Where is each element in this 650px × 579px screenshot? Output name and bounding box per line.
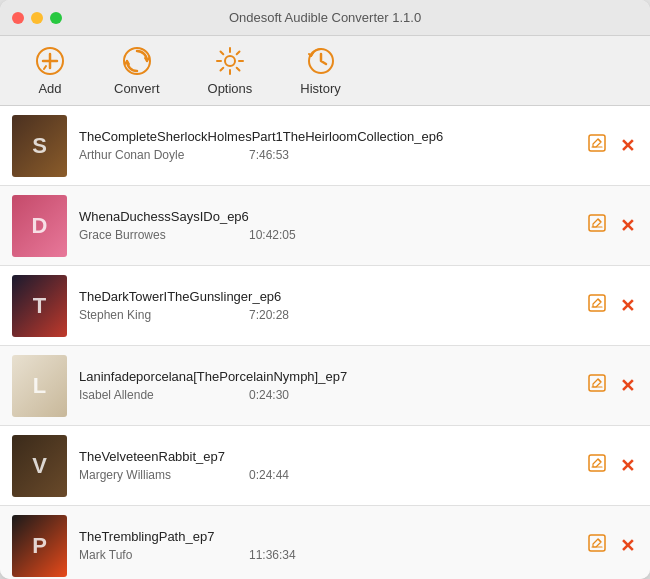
cover-letter: P xyxy=(32,533,47,559)
svg-rect-10 xyxy=(589,295,605,311)
book-actions: ✕ xyxy=(586,135,638,157)
add-button[interactable]: Add xyxy=(20,39,80,102)
window-title: Ondesoft Audible Converter 1.1.0 xyxy=(229,10,421,25)
book-actions: ✕ xyxy=(586,375,638,397)
options-label: Options xyxy=(208,81,253,96)
delete-button[interactable]: ✕ xyxy=(616,535,638,557)
svg-rect-6 xyxy=(589,135,605,151)
book-meta: Isabel Allende 0:24:30 xyxy=(79,388,574,402)
delete-icon: ✕ xyxy=(620,297,635,315)
delete-button[interactable]: ✕ xyxy=(616,455,638,477)
book-cover: D xyxy=(12,195,67,257)
table-row: P TheTremblingPath_ep7 Mark Tufo 11:36:3… xyxy=(0,506,650,579)
delete-icon: ✕ xyxy=(620,137,635,155)
edit-button[interactable] xyxy=(586,375,608,397)
title-bar: Ondesoft Audible Converter 1.1.0 xyxy=(0,0,650,36)
delete-button[interactable]: ✕ xyxy=(616,375,638,397)
book-cover: V xyxy=(12,435,67,497)
table-row: S TheCompleteSherlockHolmesPart1TheHeirl… xyxy=(0,106,650,186)
options-icon xyxy=(214,45,246,77)
edit-button[interactable] xyxy=(586,135,608,157)
book-author: Arthur Conan Doyle xyxy=(79,148,209,162)
book-info: TheVelveteenRabbit_ep7 Margery Williams … xyxy=(79,449,574,482)
svg-rect-12 xyxy=(589,375,605,391)
book-author: Mark Tufo xyxy=(79,548,209,562)
svg-rect-16 xyxy=(589,535,605,551)
history-button[interactable]: History xyxy=(286,39,354,102)
svg-point-4 xyxy=(225,56,235,66)
book-author: Margery Williams xyxy=(79,468,209,482)
book-info: Laninfadeporcelana[ThePorcelainNymph]_ep… xyxy=(79,369,574,402)
book-author: Isabel Allende xyxy=(79,388,209,402)
book-duration: 11:36:34 xyxy=(249,548,296,562)
book-title: TheCompleteSherlockHolmesPart1TheHeirloo… xyxy=(79,129,574,144)
table-row: T TheDarkTowerITheGunslinger_ep6 Stephen… xyxy=(0,266,650,346)
book-duration: 10:42:05 xyxy=(249,228,296,242)
book-meta: Margery Williams 0:24:44 xyxy=(79,468,574,482)
book-duration: 7:20:28 xyxy=(249,308,289,322)
book-actions: ✕ xyxy=(586,295,638,317)
book-list: S TheCompleteSherlockHolmesPart1TheHeirl… xyxy=(0,106,650,579)
convert-label: Convert xyxy=(114,81,160,96)
cover-letter: S xyxy=(32,133,47,159)
table-row: L Laninfadeporcelana[ThePorcelainNymph]_… xyxy=(0,346,650,426)
edit-icon xyxy=(588,134,606,157)
delete-button[interactable]: ✕ xyxy=(616,135,638,157)
book-meta: Grace Burrowes 10:42:05 xyxy=(79,228,574,242)
edit-icon xyxy=(588,214,606,237)
cover-letter: D xyxy=(32,213,48,239)
delete-icon: ✕ xyxy=(620,217,635,235)
delete-icon: ✕ xyxy=(620,457,635,475)
close-button[interactable] xyxy=(12,12,24,24)
table-row: V TheVelveteenRabbit_ep7 Margery William… xyxy=(0,426,650,506)
book-cover: L xyxy=(12,355,67,417)
book-duration: 0:24:30 xyxy=(249,388,289,402)
book-title: TheTremblingPath_ep7 xyxy=(79,529,574,544)
table-row: D WhenaDuchessSaysIDo_ep6 Grace Burrowes… xyxy=(0,186,650,266)
book-title: TheVelveteenRabbit_ep7 xyxy=(79,449,574,464)
edit-button[interactable] xyxy=(586,535,608,557)
book-author: Stephen King xyxy=(79,308,209,322)
edit-button[interactable] xyxy=(586,295,608,317)
book-title: WhenaDuchessSaysIDo_ep6 xyxy=(79,209,574,224)
svg-rect-14 xyxy=(589,455,605,471)
book-duration: 0:24:44 xyxy=(249,468,289,482)
options-button[interactable]: Options xyxy=(194,39,267,102)
edit-icon xyxy=(588,294,606,317)
book-cover: P xyxy=(12,515,67,577)
delete-button[interactable]: ✕ xyxy=(616,215,638,237)
edit-icon xyxy=(588,374,606,397)
book-info: TheTremblingPath_ep7 Mark Tufo 11:36:34 xyxy=(79,529,574,562)
history-icon xyxy=(305,45,337,77)
app-window: Ondesoft Audible Converter 1.1.0 Add xyxy=(0,0,650,579)
book-duration: 7:46:53 xyxy=(249,148,289,162)
book-cover: S xyxy=(12,115,67,177)
edit-icon xyxy=(588,534,606,557)
minimize-button[interactable] xyxy=(31,12,43,24)
edit-button[interactable] xyxy=(586,215,608,237)
book-info: TheCompleteSherlockHolmesPart1TheHeirloo… xyxy=(79,129,574,162)
add-label: Add xyxy=(38,81,61,96)
book-actions: ✕ xyxy=(586,535,638,557)
book-meta: Stephen King 7:20:28 xyxy=(79,308,574,322)
cover-letter: T xyxy=(33,293,46,319)
book-info: TheDarkTowerITheGunslinger_ep6 Stephen K… xyxy=(79,289,574,322)
edit-icon xyxy=(588,454,606,477)
book-actions: ✕ xyxy=(586,215,638,237)
delete-button[interactable]: ✕ xyxy=(616,295,638,317)
cover-letter: L xyxy=(33,373,46,399)
convert-button[interactable]: Convert xyxy=(100,39,174,102)
book-title: TheDarkTowerITheGunslinger_ep6 xyxy=(79,289,574,304)
add-icon xyxy=(34,45,66,77)
book-author: Grace Burrowes xyxy=(79,228,209,242)
toolbar: Add Convert Op xyxy=(0,36,650,106)
maximize-button[interactable] xyxy=(50,12,62,24)
book-title: Laninfadeporcelana[ThePorcelainNymph]_ep… xyxy=(79,369,574,384)
delete-icon: ✕ xyxy=(620,377,635,395)
svg-rect-8 xyxy=(589,215,605,231)
book-actions: ✕ xyxy=(586,455,638,477)
edit-button[interactable] xyxy=(586,455,608,477)
history-label: History xyxy=(300,81,340,96)
book-cover: T xyxy=(12,275,67,337)
book-meta: Mark Tufo 11:36:34 xyxy=(79,548,574,562)
